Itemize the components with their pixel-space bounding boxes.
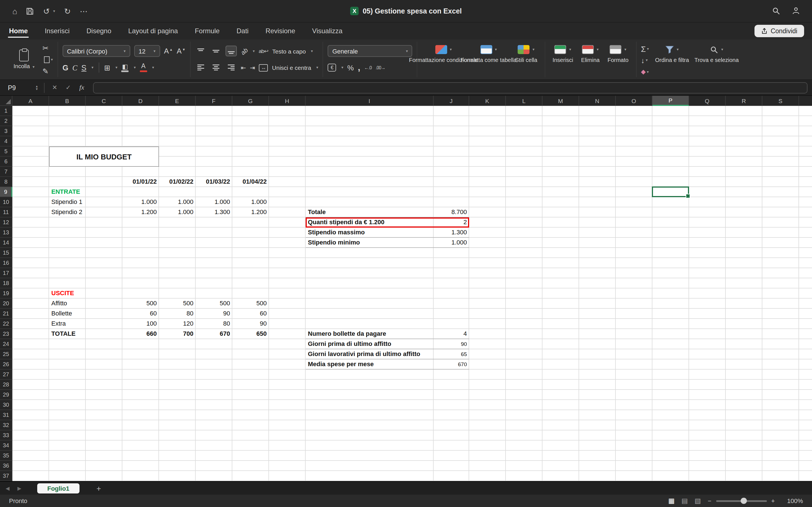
zoom-out-icon[interactable]: − [708,497,711,504]
previous-sheet-icon[interactable]: ◀ [6,485,10,491]
cell-F21[interactable]: 90 [196,309,232,319]
row-header-33[interactable]: 33 [0,431,12,441]
cell-D11[interactable]: 1.200 [122,207,159,217]
merge-center-button[interactable]: Unisci e centra [272,64,311,71]
cell-E21[interactable]: 80 [159,309,196,319]
copy-icon[interactable] [44,56,50,63]
cell-J23[interactable]: 4 [434,329,469,339]
account-icon[interactable] [792,7,801,15]
cell-D22[interactable]: 100 [122,319,159,329]
cell-J11[interactable]: 8.700 [434,207,469,217]
cell-styles-button[interactable]: ▾ Stili cella [512,43,540,64]
cell-E20[interactable]: 500 [159,298,196,309]
italic-button[interactable]: C [72,64,77,71]
row-header-17[interactable]: 17 [0,268,12,278]
row-header-16[interactable]: 16 [0,258,12,268]
zoom-level[interactable]: 100% [781,497,803,504]
row-header-18[interactable]: 18 [0,278,12,288]
cell-G21[interactable]: 60 [232,309,269,319]
redo-icon[interactable]: ↻ [64,7,70,15]
cell-I14[interactable]: Stipendio minimo [306,238,434,248]
align-center-button[interactable] [210,62,221,73]
row-header-5[interactable]: 5 [0,147,12,157]
borders-chevron-icon[interactable]: ▾ [115,66,117,70]
cell-J14[interactable]: 1.000 [434,238,469,248]
delete-cells-button[interactable]: ▾ Elimina [578,43,603,64]
column-header-E[interactable]: E [159,96,196,106]
tab-layout-di-pagina[interactable]: Layout di pagina [127,22,179,40]
insert-function-icon[interactable]: fx [75,83,89,92]
cell-J25[interactable]: 65 [434,349,469,359]
row-header-8[interactable]: 8 [0,177,12,187]
row-header-21[interactable]: 21 [0,309,12,319]
column-header-F[interactable]: F [196,96,232,106]
cell-I12[interactable]: Quanti stipendi da € 1.200 [306,217,434,228]
text-orientation-icon[interactable]: ab [239,46,249,56]
cell-I11[interactable]: Totale [306,207,434,217]
font-color-chevron-icon[interactable]: ▾ [152,66,154,70]
cell-F11[interactable]: 1.300 [196,207,232,217]
page-break-view-icon[interactable]: ▧ [695,497,701,505]
cell-G10[interactable]: 1.000 [232,197,269,207]
font-size-select[interactable]: 12 ▾ [134,45,160,57]
row-header-11[interactable]: 11 [0,207,12,217]
cancel-entry-icon[interactable]: ✕ [48,84,61,91]
fill-color-button[interactable]: ◧ [121,63,129,72]
page-layout-view-icon[interactable]: ▤ [681,497,688,505]
row-header-34[interactable]: 34 [0,441,12,451]
tab-inserisci[interactable]: Inserisci [44,22,71,40]
cell-B19[interactable]: USCITE [49,288,86,298]
cell-B22[interactable]: Extra [49,319,86,329]
decrease-font-size-button[interactable]: A ▼ [177,48,186,55]
zoom-slider-thumb[interactable] [741,498,747,504]
format-as-table-button[interactable]: ▾ Formatta come tabella [467,43,510,64]
wrap-text-button[interactable]: Testo a capo [272,48,306,55]
font-color-button[interactable]: A [140,63,147,72]
cell-F10[interactable]: 1.000 [196,197,232,207]
underline-chevron-icon[interactable]: ▾ [92,66,94,70]
column-header-H[interactable]: H [269,96,306,106]
column-header-K[interactable]: K [469,96,506,106]
cell-I24[interactable]: Giorni prima di ultimo affitto [306,339,434,349]
row-header-20[interactable]: 20 [0,298,12,309]
cell-G20[interactable]: 500 [232,298,269,309]
paste-button[interactable]: Incolla ▾ [10,48,38,71]
formula-input[interactable] [93,82,808,93]
column-header-M[interactable]: M [543,96,579,106]
column-header-I[interactable]: I [306,96,434,106]
row-header-15[interactable]: 15 [0,248,12,258]
align-top-button[interactable] [195,46,206,57]
column-header-L[interactable]: L [506,96,543,106]
tab-home[interactable]: Home [8,22,29,40]
font-family-select[interactable]: Calibri (Corpo) ▾ [62,45,130,57]
cell-J13[interactable]: 1.300 [434,228,469,238]
row-header-24[interactable]: 24 [0,339,12,349]
row-header-36[interactable]: 36 [0,461,12,471]
column-header-P[interactable]: P [652,96,689,106]
select-all-corner[interactable] [0,96,12,106]
add-sheet-icon[interactable]: + [96,484,101,493]
comma-style-icon[interactable]: , [358,63,360,72]
cell-F23[interactable]: 670 [196,329,232,339]
name-box[interactable]: P9 ▲ ▼ [0,84,41,91]
align-right-button[interactable] [225,62,237,73]
decrease-indent-icon[interactable]: ⇤ [241,65,246,71]
cell-E8[interactable]: 01/02/22 [159,177,196,187]
row-header-30[interactable]: 30 [0,400,12,410]
increase-font-size-button[interactable]: A ▲ [164,48,172,55]
row-header-37[interactable]: 37 [0,471,12,481]
cell-D10[interactable]: 1.000 [122,197,159,207]
name-box-stepper[interactable]: ▲ ▼ [35,85,38,90]
clear-icon[interactable]: ◆ [641,68,646,75]
column-header-R[interactable]: R [726,96,762,106]
cell-D23[interactable]: 660 [122,329,159,339]
cell-B10[interactable]: Stipendio 1 [49,197,86,207]
cell-I13[interactable]: Stipendio massimo [306,228,434,238]
percent-style-icon[interactable]: % [347,64,354,71]
cell-J26[interactable]: 670 [434,359,469,370]
cell-G23[interactable]: 650 [232,329,269,339]
row-header-10[interactable]: 10 [0,197,12,207]
row-header-13[interactable]: 13 [0,228,12,238]
row-header-23[interactable]: 23 [0,329,12,339]
cell-J12[interactable]: 2 [434,217,469,228]
